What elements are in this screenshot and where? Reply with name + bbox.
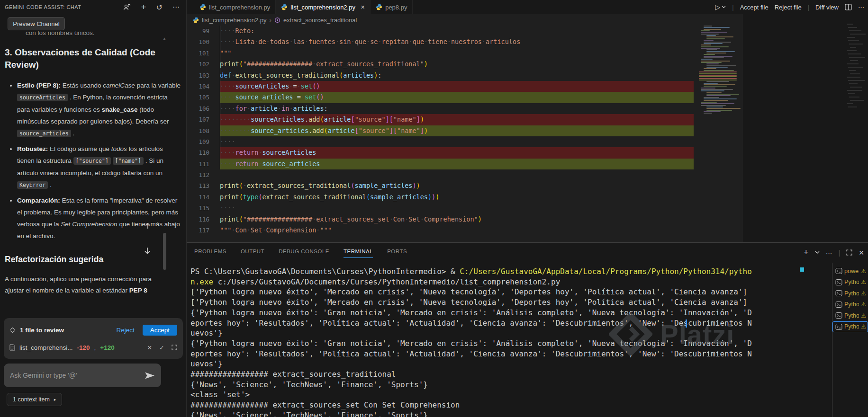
code-line[interactable]: 106····for·article·in·articles: [187, 103, 743, 114]
history-icon[interactable]: ↺ [156, 3, 163, 12]
tab-label: pep8.py [385, 4, 407, 11]
code-line[interactable]: 109···· [187, 136, 743, 147]
code-line[interactable]: 113print(·extract_sources_traditional(sa… [187, 180, 743, 191]
diff-view-button[interactable]: Diff view [815, 4, 839, 11]
tab-list_comprehension2.py[interactable]: list_comprehension2.py✕ [276, 0, 371, 14]
accept-file-button[interactable]: Accept file [740, 4, 769, 11]
reject-file-button[interactable]: Reject file [775, 4, 802, 11]
maximize-panel-icon[interactable] [846, 249, 852, 256]
terminal-icon [835, 290, 842, 297]
more-actions-icon[interactable]: ⋯ [858, 4, 864, 11]
expand-icon[interactable] [172, 345, 177, 350]
run-python-button[interactable]: ▷ [715, 3, 726, 11]
code-line[interactable]: 112 [187, 169, 743, 180]
new-terminal-icon[interactable]: + [804, 248, 809, 257]
terminal-line: {'Python logra nuevo éxito': 'Gran notic… [190, 338, 829, 349]
terminal-list-item[interactable]: Python⚠ [832, 310, 868, 321]
terminal-list-item[interactable]: Python⚠ [832, 321, 868, 333]
minimap[interactable] [699, 26, 739, 120]
warning-icon: ⚠ [861, 323, 866, 330]
panel-tab-terminal[interactable]: TERMINAL [344, 248, 373, 258]
context-items-chip[interactable]: 1 context item ▸ [7, 393, 62, 406]
terminal-name: Python [844, 279, 859, 285]
review-file-name[interactable]: list_comprehensi... [19, 344, 73, 351]
terminal-name: powersh... [844, 268, 859, 275]
chat-transcript[interactable]: con los nombres únicos. 3. Observaciones… [5, 29, 182, 313]
breadcrumb-symbol[interactable]: extract_sources_traditional [283, 17, 357, 24]
breadcrumb-separator-icon: › [270, 17, 271, 24]
terminal-list-item[interactable]: Python⚠ [832, 299, 868, 311]
separator: | [808, 4, 809, 11]
code-line[interactable]: 101""" [187, 48, 743, 59]
chat-bullet: Comparación: Esta es la forma "imperativ… [17, 195, 182, 242]
code-line[interactable]: 115···· [187, 203, 743, 213]
code-line[interactable]: 105····source_articles·=·set() [187, 92, 743, 103]
review-summary: 1 file to review [20, 327, 64, 334]
code-line[interactable]: 111····return·source_articles [187, 159, 743, 169]
terminal-line: {'News', 'Science', 'TechNews', 'Finance… [190, 410, 829, 417]
terminal-output[interactable]: PS C:\Users\GustavoGA\Documents\Curses\P… [190, 266, 829, 417]
code-line[interactable]: 110····return·sourceArticles [187, 147, 743, 158]
close-panel-icon[interactable]: ✕ [859, 249, 864, 257]
terminal-list-item[interactable]: powersh...⚠ [832, 266, 868, 277]
code-line[interactable]: 99····Reto: [187, 26, 743, 36]
warning-icon: ⚠ [861, 268, 866, 275]
more-actions-icon[interactable]: ⋯ [172, 3, 180, 11]
account-icon[interactable] [123, 4, 131, 10]
panel-tab-problems[interactable]: PROBLEMS [194, 248, 226, 258]
gemini-prompt-input[interactable]: Ask Gemini or type '@' [4, 364, 161, 387]
tab-label: list_comprehension2.py [290, 4, 355, 11]
scroll-to-bottom-icon[interactable] [143, 246, 152, 256]
code-area[interactable]: 99····Reto:100····Lista·de·todas·las·fue… [187, 26, 743, 236]
code-line[interactable]: 100····Lista·de·todas·las·fuentes·sin·qu… [187, 36, 743, 47]
terminal-line: ################# extract_sources_set Co… [190, 400, 829, 410]
line-number: 112 [187, 169, 220, 180]
terminal-profile-chevron-icon[interactable] [815, 251, 820, 254]
code-line[interactable]: 107········sourceArticles.add(article["s… [187, 114, 743, 125]
panel-tab-ports[interactable]: PORTS [387, 248, 407, 258]
preview-channel-button[interactable]: Preview Channel [8, 17, 65, 30]
code-line[interactable]: 103def·extract_sources_traditional(artic… [187, 70, 743, 81]
secondary-minimap [847, 24, 866, 114]
split-editor-icon[interactable] [845, 4, 852, 10]
breadcrumb-file[interactable]: list_comprehension2.py [202, 17, 267, 24]
reject-button[interactable]: Reject [116, 327, 134, 334]
terminal-icon [835, 267, 842, 275]
chat-scrollbar-thumb[interactable] [163, 233, 166, 270]
line-number: 114 [187, 192, 220, 203]
terminal-line: <class 'set'> [190, 390, 829, 400]
breadcrumb[interactable]: list_comprehension2.py › extract_sources… [187, 14, 743, 26]
terminal-decoration [800, 267, 804, 272]
discard-file-icon[interactable]: ✕ [147, 344, 152, 351]
close-tab-icon[interactable]: ✕ [361, 4, 365, 10]
panel-tab-output[interactable]: OUTPUT [241, 248, 264, 258]
tab-list_comprehension.py[interactable]: list_comprehension.py [194, 0, 276, 14]
code-line[interactable]: 116print("#################·extract_sour… [187, 214, 743, 225]
code-line[interactable]: 117"""·Con·Set·Comprehension·""" [187, 225, 743, 236]
code-line[interactable]: 108········source_articles.add(article["… [187, 125, 743, 136]
scrollbar-up-icon[interactable]: ▲ [162, 36, 167, 41]
accept-button[interactable]: Accept [143, 325, 177, 336]
new-chat-icon[interactable]: + [141, 2, 146, 12]
scroll-to-top-icon[interactable] [144, 222, 152, 230]
terminal-line: n.exe c:/Users/GustavoGA/Documents/Curse… [190, 277, 829, 287]
chat-bullet: Estilo (PEP 8): Estás usando camelCase p… [17, 80, 182, 140]
terminal-icon [835, 279, 842, 286]
warning-icon: ⚠ [861, 279, 866, 285]
code-line[interactable]: 114print(type(extract_sources_traditiona… [187, 192, 743, 203]
chat-heading-refactor: Refactorización sugerida [5, 255, 182, 265]
panel-tab-debug-console[interactable]: DEBUG CONSOLE [279, 248, 329, 258]
terminal-list-item[interactable]: Python⚠ [832, 277, 868, 288]
more-actions-icon[interactable]: ⋯ [826, 249, 832, 257]
send-icon[interactable] [145, 372, 155, 379]
tab-pep8.py[interactable]: pep8.py [371, 0, 413, 14]
gemini-chat-panel: GEMINI CODE ASSIST: CHAT + ↺ ⋯ Preview C… [0, 0, 187, 417]
accept-file-icon[interactable]: ✓ [159, 344, 164, 351]
terminal-list-item[interactable]: Python⚠ [832, 288, 868, 299]
code-line[interactable]: 104····sourceArticles·=·set() [187, 81, 743, 92]
terminal-line: eportes hoy': 'Resultados', 'Política ac… [190, 349, 829, 359]
code-line[interactable]: 102print("#################·extract_sour… [187, 59, 743, 70]
chat-panel-title: GEMINI CODE ASSIST: CHAT [5, 4, 81, 10]
terminal-actions: + ⋯ | ✕ [804, 248, 864, 257]
collapse-icon[interactable] [9, 327, 16, 333]
